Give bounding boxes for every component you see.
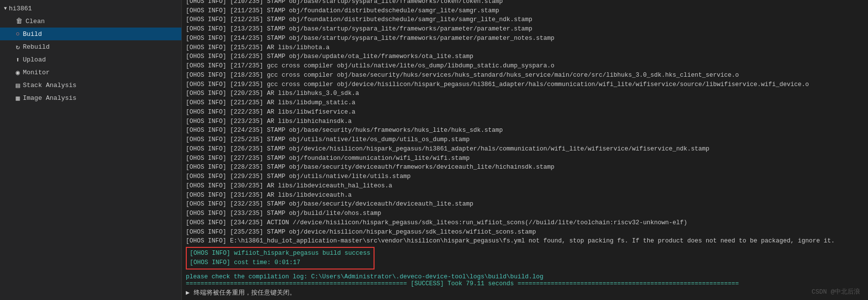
sidebar-item-label-stack-analysis: Stack Analysis bbox=[23, 82, 76, 89]
terminal-line: [OHOS INFO] [212/235] STAMP obj/foundati… bbox=[186, 15, 864, 25]
clean-icon: 🗑 bbox=[16, 17, 23, 25]
terminal-line: [OHOS INFO] [215/235] AR libs/libhota.a bbox=[186, 43, 864, 53]
terminal-line: [OHOS INFO] E:\hi3861_hdu_iot_applicatio… bbox=[186, 237, 864, 246]
sidebar-item-stack-analysis[interactable]: ▤ Stack Analysis bbox=[0, 79, 181, 91]
main-panel: [OHOS INFO] [209/235] STAMP obj/device/h… bbox=[182, 0, 868, 300]
stack-analysis-icon: ▤ bbox=[16, 81, 20, 90]
sidebar-item-label-build: Build bbox=[23, 30, 42, 38]
terminal-footer: please check the compilation log: C:\Use… bbox=[182, 272, 868, 300]
terminal-line: [OHOS INFO] [235/235] STAMP obj/device/h… bbox=[186, 228, 864, 237]
image-analysis-icon: ▦ bbox=[16, 94, 20, 102]
sidebar-item-label-clean: Clean bbox=[26, 18, 45, 25]
terminal-line: [OHOS INFO] [211/235] STAMP obj/foundati… bbox=[186, 6, 864, 16]
sidebar-group-label: hi3861 bbox=[9, 5, 32, 12]
terminal-line-success: [OHOS INFO] cost time: 0:01:17 bbox=[190, 258, 371, 268]
close-hint: ▶ 终端将被任务重用，按任意键关闭。 bbox=[186, 287, 864, 298]
terminal-line: [OHOS INFO] [227/235] STAMP obj/foundati… bbox=[186, 154, 864, 163]
sidebar-item-clean[interactable]: 🗑 Clean bbox=[0, 15, 181, 28]
rebuild-icon: ↻ bbox=[16, 43, 20, 51]
build-icon: ○ bbox=[16, 30, 20, 38]
sidebar-item-label-rebuild: Rebuild bbox=[23, 43, 50, 51]
terminal-output[interactable]: [OHOS INFO] [209/235] STAMP obj/device/h… bbox=[182, 0, 868, 272]
terminal-line: [OHOS INFO] [221/235] AR libs/libdump_st… bbox=[186, 98, 864, 108]
sidebar-item-image-analysis[interactable]: ▦ Image Analysis bbox=[0, 91, 181, 104]
highlighted-success-block: [OHOS INFO] wifiiot_hispark_pegasus buil… bbox=[186, 247, 375, 270]
terminal-line: [OHOS INFO] [232/235] STAMP obj/base/sec… bbox=[186, 200, 864, 209]
terminal-line: [OHOS INFO] [228/235] STAMP obj/base/sec… bbox=[186, 163, 864, 172]
sidebar-item-upload[interactable]: ⬆ Upload bbox=[0, 53, 181, 66]
terminal-line: [OHOS INFO] [217/235] gcc cross compiler… bbox=[186, 61, 864, 71]
log-link: please check the compilation log: C:\Use… bbox=[186, 273, 864, 280]
terminal-line: [OHOS INFO] [234/235] ACTION //device/hi… bbox=[186, 218, 864, 228]
sidebar-item-monitor[interactable]: ◉ Monitor bbox=[0, 66, 181, 79]
monitor-icon: ◉ bbox=[16, 68, 20, 77]
close-hint-text: 终端将被任务重用，按任意键关闭。 bbox=[194, 289, 296, 297]
sidebar-item-label-monitor: Monitor bbox=[23, 69, 50, 76]
terminal-line: [OHOS INFO] [223/235] AR libs/libhichain… bbox=[186, 117, 864, 126]
sidebar-item-build[interactable]: ○ Build bbox=[0, 28, 181, 40]
upload-icon: ⬆ bbox=[16, 56, 20, 64]
terminal-line: [OHOS INFO] [226/235] STAMP obj/device/h… bbox=[186, 145, 864, 154]
sidebar-group-hi3861[interactable]: ▼ hi3861 bbox=[0, 2, 181, 15]
terminal-line: [OHOS INFO] [219/235] gcc cross compiler… bbox=[186, 80, 864, 90]
terminal-line: [OHOS INFO] [216/235] STAMP obj/base/upd… bbox=[186, 52, 864, 61]
terminal-line: [OHOS INFO] [213/235] STAMP obj/base/sta… bbox=[186, 25, 864, 34]
sidebar-item-rebuild[interactable]: ↻ Rebuild bbox=[0, 40, 181, 53]
terminal-line: [OHOS INFO] [225/235] STAMP obj/utils/na… bbox=[186, 135, 864, 145]
chevron-down-icon: ▼ bbox=[4, 6, 7, 11]
terminal-line: [OHOS INFO] [231/235] AR libs/libdevicea… bbox=[186, 191, 864, 200]
success-line: ========================================… bbox=[186, 280, 864, 287]
terminal-line: [OHOS INFO] [214/235] STAMP obj/base/sta… bbox=[186, 34, 864, 43]
terminal-line: [OHOS INFO] [230/235] AR libs/libdevicea… bbox=[186, 181, 864, 191]
terminal-line: [OHOS INFO] [220/235] AR libs/libhuks_3.… bbox=[186, 89, 864, 98]
terminal-line: [OHOS INFO] [233/235] STAMP obj/build/li… bbox=[186, 209, 864, 218]
terminal-line: [OHOS INFO] [210/235] STAMP obj/base/sta… bbox=[186, 0, 864, 6]
terminal-line: [OHOS INFO] [224/235] STAMP obj/base/sec… bbox=[186, 126, 864, 135]
terminal-line: [OHOS INFO] [222/235] AR libs/libwifiser… bbox=[186, 108, 864, 117]
sidebar-item-label-upload: Upload bbox=[23, 56, 46, 63]
terminal-line: [OHOS INFO] [229/235] STAMP obj/utils/na… bbox=[186, 172, 864, 181]
close-hint-icon: ▶ bbox=[186, 289, 190, 297]
terminal-line-success: [OHOS INFO] wifiiot_hispark_pegasus buil… bbox=[190, 249, 371, 258]
sidebar: ▼ hi3861 🗑 Clean ○ Build ↻ Rebuild ⬆ Upl… bbox=[0, 0, 182, 300]
sidebar-item-label-image-analysis: Image Analysis bbox=[23, 94, 76, 102]
terminal-line: [OHOS INFO] [218/235] gcc cross compiler… bbox=[186, 71, 864, 80]
